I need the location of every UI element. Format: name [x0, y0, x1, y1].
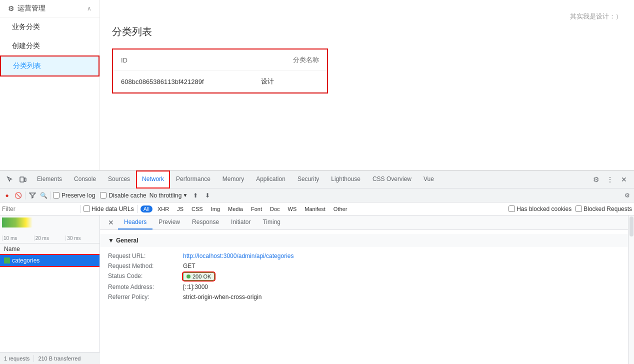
filter-type-font[interactable]: Font: [248, 206, 265, 212]
filter-type-js[interactable]: JS: [174, 206, 186, 212]
filter-type-css[interactable]: CSS: [188, 206, 206, 212]
tab-elements[interactable]: Elements: [31, 170, 68, 188]
details-tab-headers[interactable]: Headers: [118, 216, 152, 230]
details-tab-preview[interactable]: Preview: [152, 216, 186, 230]
network-settings-icon[interactable]: ⚙: [622, 190, 632, 200]
details-row-url: Request URL: http://localhost:3000/admin…: [108, 251, 620, 261]
has-blocked-cookies-checkbox[interactable]: Has blocked cookies: [508, 206, 572, 212]
filter-type-img[interactable]: Img: [208, 206, 223, 212]
tick-20ms: 20 ms: [34, 236, 66, 241]
col-name: 分类名称: [253, 50, 327, 71]
filter-type-ws[interactable]: WS: [285, 206, 300, 212]
download-icon[interactable]: ⬇: [202, 190, 212, 200]
category-table: ID 分类名称 608bc0865386113bf421289f 设计: [113, 50, 327, 92]
scrollbar[interactable]: [628, 216, 634, 364]
more-icon[interactable]: ⋮: [604, 174, 616, 186]
blocked-requests-checkbox[interactable]: Blocked Requests: [576, 206, 632, 212]
cell-id: 608bc0865386113bf421289f: [113, 71, 253, 92]
network-toolbar: ● 🚫 🔍 Preserve log Disable cache No thro…: [0, 188, 634, 202]
filter-type-doc[interactable]: Doc: [267, 206, 283, 212]
filter-type-other[interactable]: Other: [330, 206, 350, 212]
tab-network[interactable]: Network: [136, 170, 170, 188]
filter-type-manifest[interactable]: Manifest: [302, 206, 328, 212]
filter-type-all[interactable]: All: [140, 206, 152, 212]
devtools-panel: Elements Console Sources Network Perform…: [0, 170, 634, 364]
sidebar-title: ⚙ 运营管理: [8, 4, 46, 13]
details-content: ▼ General Request URL: http://localhost:…: [100, 230, 628, 306]
main-header: 其实我是设计：）: [112, 12, 622, 21]
device-icon[interactable]: [17, 174, 29, 186]
details-tab-timing[interactable]: Timing: [256, 216, 286, 230]
toolbar-divider-1: [25, 192, 26, 200]
timeline-area: 10 ms 20 ms 30 ms: [0, 216, 100, 244]
category-table-wrapper: ID 分类名称 608bc0865386113bf421289f 设计: [112, 48, 328, 94]
hide-data-urls-checkbox[interactable]: Hide data URLs: [84, 206, 134, 212]
sidebar-item-business[interactable]: 业务分类: [0, 18, 100, 36]
sidebar-item-create[interactable]: 创建分类: [0, 36, 100, 56]
sidebar-toggle[interactable]: ∧: [87, 5, 92, 12]
request-item-icon: [4, 258, 10, 264]
devtools-tabs: Elements Console Sources Network Perform…: [0, 170, 634, 188]
status-dot: [186, 274, 190, 278]
settings-icon[interactable]: ⚙: [590, 174, 602, 186]
header-text: 其实我是设计：）: [570, 12, 622, 21]
network-status: 1 requests 210 B transferred: [0, 352, 100, 364]
cell-name: 设计: [253, 71, 327, 92]
transferred-size: 210 B transferred: [38, 356, 80, 362]
request-details: ✕ Headers Preview Response Initiator Tim…: [100, 216, 628, 364]
tick-10ms: 10 ms: [2, 236, 34, 241]
tab-application[interactable]: Application: [250, 170, 292, 188]
throttle-dropdown-icon: ▼: [182, 192, 188, 198]
search-btn[interactable]: 🔍: [38, 190, 48, 200]
preserve-log-checkbox[interactable]: Preserve log: [53, 192, 95, 199]
sidebar-header: ⚙ 运营管理 ∧: [0, 0, 100, 18]
record-btn[interactable]: ●: [2, 190, 12, 200]
gear-icon: ⚙: [8, 4, 14, 12]
sidebar-item-label: 创建分类: [12, 42, 40, 50]
sidebar-title-text: 运营管理: [18, 4, 46, 13]
table-row: 608bc0865386113bf421289f 设计: [113, 71, 327, 92]
details-tab-response[interactable]: Response: [186, 216, 225, 230]
tab-console[interactable]: Console: [68, 170, 102, 188]
filter-input[interactable]: [2, 206, 77, 212]
close-devtools-icon[interactable]: ✕: [618, 174, 630, 186]
tab-security[interactable]: Security: [292, 170, 325, 188]
upload-download-btns: ⬆ ⬇: [190, 190, 212, 200]
inspect-icon[interactable]: [4, 174, 16, 186]
tab-memory[interactable]: Memory: [216, 170, 250, 188]
details-row-remote: Remote Address: [::1]:3000: [108, 282, 620, 292]
timeline-ticks: 10 ms 20 ms 30 ms: [0, 236, 100, 241]
tab-sources[interactable]: Sources: [102, 170, 136, 188]
network-content: 10 ms 20 ms 30 ms Name categories 1 requ…: [0, 216, 634, 364]
tab-css-overview[interactable]: CSS Overview: [366, 170, 418, 188]
general-collapse-icon[interactable]: ▼: [108, 237, 114, 244]
request-item-categories[interactable]: categories: [0, 255, 100, 266]
throttle-select[interactable]: No throttling ▼: [148, 191, 190, 200]
filter-type-divider: [137, 205, 138, 213]
disable-cache-checkbox[interactable]: Disable cache: [100, 192, 146, 199]
scrollbar-thumb: [630, 216, 634, 236]
status-badge: 200 OK: [183, 272, 214, 280]
sidebar-item-label: 业务分类: [12, 22, 40, 30]
disable-cache-label: Disable cache: [108, 192, 146, 199]
filter-btn[interactable]: [28, 190, 38, 200]
clear-btn[interactable]: 🚫: [13, 190, 23, 200]
filter-type-media[interactable]: Media: [225, 206, 246, 212]
tab-vue[interactable]: Vue: [418, 170, 440, 188]
sidebar-item-list[interactable]: 分类列表: [0, 56, 100, 76]
tab-lighthouse[interactable]: Lighthouse: [325, 170, 366, 188]
tick-30ms: 30 ms: [66, 236, 98, 241]
filter-type-xhr[interactable]: XHR: [154, 206, 172, 212]
filter-divider: [80, 205, 80, 213]
status-divider: [34, 355, 34, 362]
svg-rect-1: [24, 178, 26, 182]
devtools-tab-icons: [2, 174, 31, 186]
devtools-actions: ⚙ ⋮ ✕: [588, 174, 632, 186]
details-close-btn[interactable]: ✕: [104, 216, 118, 228]
tab-performance[interactable]: Performance: [170, 170, 216, 188]
upload-icon[interactable]: ⬆: [190, 190, 200, 200]
requests-list: 10 ms 20 ms 30 ms Name categories 1 requ…: [0, 216, 100, 364]
sidebar: ⚙ 运营管理 ∧ 业务分类 创建分类 分类列表: [0, 0, 100, 170]
timeline-bar: [2, 218, 36, 228]
details-tab-initiator[interactable]: Initiator: [225, 216, 256, 230]
